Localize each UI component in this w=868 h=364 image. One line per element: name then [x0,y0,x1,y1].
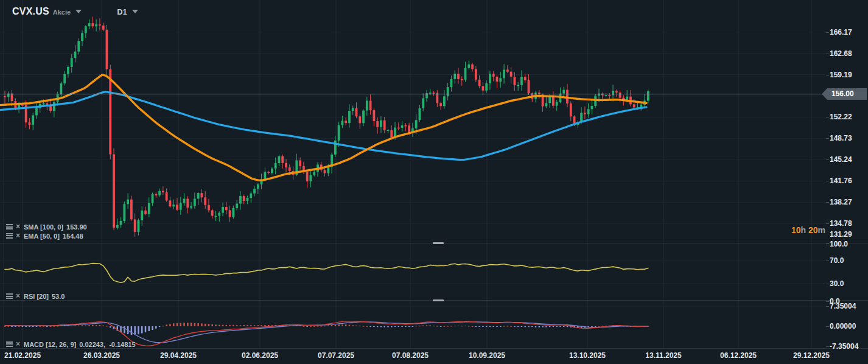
current-price-line [0,94,826,94]
candlestick-chart-canvas[interactable] [0,0,826,243]
macd-value: 0.02243, -0.14815 [79,341,135,348]
macd-legend: × MACD [12, 26, 9] 0.02243, -0.14815 [6,340,136,348]
countdown-hours: 10 [791,225,801,235]
symbol-name: CVX.US [12,6,49,17]
sma-label: SMA [100, 0] [24,223,63,231]
symbol-selector[interactable]: CVX.US Akcie [12,6,82,17]
rsi-label: RSI [20] [24,293,49,300]
countdown-minutes: 20 [808,225,818,235]
indicator-close-icon[interactable]: × [16,233,20,239]
instrument-type-label: Akcie [53,9,71,16]
sma-legend: × SMA [100, 0] 153.90 [6,223,87,231]
current-price-badge: 156.00 [822,88,867,100]
indicator-settings-icon[interactable] [6,233,13,239]
candle-close-countdown: 10h 20m [791,225,825,235]
trading-chart-window: 156.00 CVX.US Akcie D1 × SMA [100, 0] 15… [0,0,868,364]
rsi-legend: × RSI [20] 53.0 [6,292,65,300]
rsi-value: 53.0 [52,293,65,300]
chevron-down-icon [132,10,138,13]
rsi-chart-canvas[interactable] [0,243,826,300]
sma-value: 153.90 [66,223,87,231]
indicator-settings-icon[interactable] [6,293,13,299]
time-axis-border [0,348,868,349]
ema-value: 154.48 [63,233,83,240]
indicator-settings-icon[interactable] [6,341,13,347]
timeframe-label: D1 [117,7,127,16]
chevron-down-icon [75,10,82,13]
price-axis[interactable] [826,0,868,348]
timeframe-selector[interactable]: D1 [117,7,138,16]
time-axis[interactable] [0,348,826,364]
countdown-minutes-unit: m [818,225,825,235]
pane-resize-handle[interactable] [433,299,444,301]
indicator-close-icon[interactable]: × [16,224,20,229]
main-chart-pane[interactable] [0,0,826,243]
countdown-hours-unit: h [801,225,807,235]
ema-legend: × EMA [50, 0] 154.48 [6,232,83,240]
indicator-settings-icon[interactable] [6,224,13,229]
rsi-pane[interactable] [0,243,826,300]
indicator-close-icon[interactable]: × [16,293,20,299]
pane-resize-handle[interactable] [433,242,444,244]
macd-label: MACD [12, 26, 9] [24,341,76,348]
chart-header: CVX.US Akcie D1 [12,6,138,17]
ema-label: EMA [50, 0] [24,233,60,240]
indicator-close-icon[interactable]: × [16,341,20,347]
